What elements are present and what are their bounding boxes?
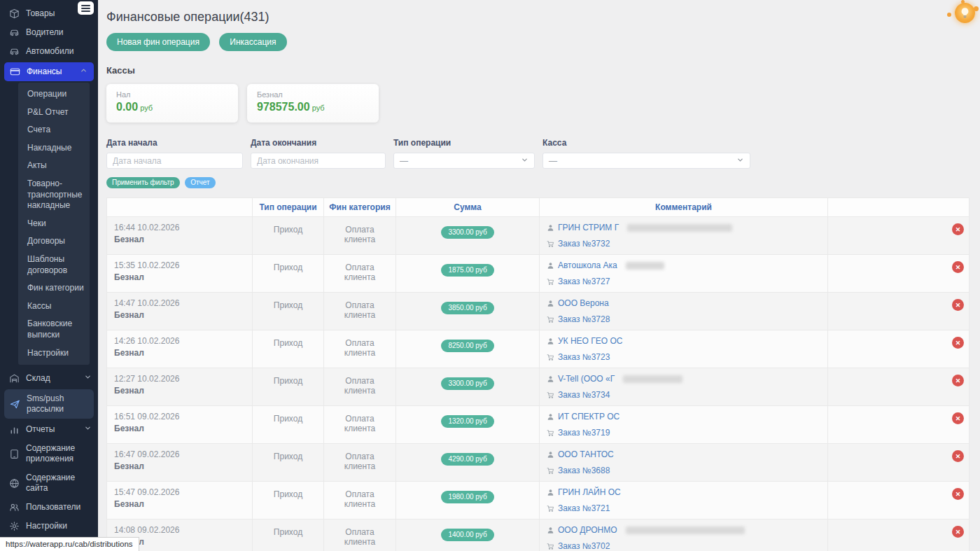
sidebar-item-label: Пользователи bbox=[26, 502, 92, 512]
delete-operation-button[interactable]: ✕ bbox=[952, 488, 964, 500]
finance-submenu-item[interactable]: Фин категории bbox=[24, 279, 90, 298]
amount-cell: 8250.00 руб bbox=[396, 330, 540, 368]
operation-datetime: 15:47 09.02.2026 bbox=[114, 487, 245, 497]
cashbox-label: Касса bbox=[542, 138, 750, 148]
apply-filter-button[interactable]: Применить фильтр bbox=[106, 177, 180, 188]
table-row: 16:51 09.02.2026БезналПриходОплата клиен… bbox=[107, 405, 969, 443]
collection-button[interactable]: Инкассация bbox=[219, 33, 286, 51]
sidebar-item[interactable]: Автомобили bbox=[0, 42, 98, 61]
order-link[interactable]: Заказ №3734 bbox=[558, 390, 610, 400]
payment-method: Безнал bbox=[114, 461, 245, 471]
sidebar-item[interactable]: Склад bbox=[0, 369, 98, 388]
client-link[interactable]: ООО Верона bbox=[558, 298, 609, 308]
chevron-down-icon bbox=[84, 373, 92, 384]
finance-submenu-item[interactable]: Договоры bbox=[24, 232, 90, 251]
order-link[interactable]: Заказ №3727 bbox=[558, 277, 610, 286]
table-row: 16:44 10.02.2026БезналПриходОплата клиен… bbox=[107, 216, 969, 254]
fin-category-cell: Оплата клиента bbox=[324, 444, 396, 481]
delete-operation-button[interactable]: ✕ bbox=[952, 526, 964, 538]
datetime-cell: 12:27 10.02.2026Безнал bbox=[107, 368, 253, 405]
amount-badge: 1980.00 руб bbox=[441, 491, 493, 503]
delete-operation-button[interactable]: ✕ bbox=[952, 337, 964, 349]
finance-submenu-item[interactable]: P&L Отчет bbox=[24, 104, 90, 122]
finance-submenu-item[interactable]: Кассы bbox=[24, 298, 90, 316]
sidebar-item[interactable]: Пользователи bbox=[0, 498, 98, 517]
client-link[interactable]: ООО ДРОНМО bbox=[558, 525, 617, 535]
filter-cashbox: Касса — bbox=[542, 138, 750, 169]
client-link[interactable]: УК НЕО ГЕО ОС bbox=[558, 336, 622, 346]
cashboxes-section-label: Кассы bbox=[106, 65, 969, 76]
actions-cell: ✕ bbox=[828, 482, 969, 519]
finance-submenu-item[interactable]: Шаблоны договоров bbox=[24, 251, 90, 279]
order-link[interactable]: Заказ №3688 bbox=[558, 466, 610, 475]
order-link[interactable]: Заказ №3728 bbox=[558, 314, 610, 324]
date-start-input[interactable] bbox=[106, 153, 243, 169]
order-link[interactable]: Заказ №3723 bbox=[558, 352, 610, 362]
operation-type-select[interactable]: — bbox=[393, 153, 535, 169]
client-link[interactable]: Автошкола Ака bbox=[558, 260, 617, 270]
sidebar-item-label: Отчеты bbox=[26, 424, 78, 435]
sidebar-item[interactable]: Отчеты bbox=[0, 420, 98, 439]
filter-operation-type: Тип операции — bbox=[393, 138, 535, 169]
order-link[interactable]: Заказ №3719 bbox=[558, 428, 610, 438]
payment-method: Безнал bbox=[114, 348, 245, 358]
client-link[interactable]: ИТ СПЕКТР ОС bbox=[558, 412, 620, 421]
sidebar-item-label: Склад bbox=[26, 373, 78, 384]
delete-operation-button[interactable]: ✕ bbox=[952, 450, 964, 462]
finance-submenu-item[interactable]: Товарно-транспортные накладные bbox=[24, 175, 90, 215]
finance-submenu-item[interactable]: Счета bbox=[24, 121, 90, 139]
finance-submenu-item[interactable]: Настройки bbox=[24, 344, 90, 363]
hamburger-menu-button[interactable] bbox=[78, 1, 94, 15]
chevron-up-icon bbox=[80, 67, 88, 77]
filter-buttons: Применить фильтр Отчет bbox=[106, 175, 969, 188]
amount-badge: 4290.00 руб bbox=[441, 453, 493, 466]
finance-submenu-item[interactable]: Операции bbox=[24, 85, 90, 104]
sidebar-item[interactable]: Содержание сайта bbox=[0, 468, 98, 498]
finance-submenu-item[interactable]: Чеки bbox=[24, 215, 90, 233]
new-operation-button[interactable]: Новая фин операция bbox=[106, 33, 210, 51]
sidebar-item[interactable]: Финансы bbox=[4, 62, 94, 81]
sidebar-item-label: Содержание сайта bbox=[26, 473, 92, 494]
operation-type-selected: — bbox=[400, 156, 408, 166]
order-link[interactable]: Заказ №3721 bbox=[558, 503, 610, 513]
finance-submenu-item[interactable]: Накладные bbox=[24, 139, 90, 158]
finance-submenu-item[interactable]: Банковские выписки bbox=[24, 315, 90, 344]
delete-operation-button[interactable]: ✕ bbox=[952, 412, 964, 424]
table-row: 15:35 10.02.2026БезналПриходОплата клиен… bbox=[107, 254, 969, 292]
sidebar-item[interactable]: Sms/push рассылки bbox=[4, 389, 94, 419]
bar-chart-icon bbox=[9, 424, 20, 435]
order-link[interactable]: Заказ №3732 bbox=[558, 239, 610, 249]
client-link[interactable]: ГРИН СТРИМ Г bbox=[558, 223, 619, 232]
app-window-icon bbox=[9, 449, 20, 459]
date-end-input[interactable] bbox=[251, 153, 386, 169]
payment-method: Безнал bbox=[114, 272, 245, 282]
client-link[interactable]: ГРИН ЛАЙН ОС bbox=[558, 487, 621, 497]
client-link[interactable]: V-Tell (ООО «Г bbox=[558, 374, 615, 384]
actions-cell: ✕ bbox=[828, 406, 969, 443]
cashbox-select[interactable]: — bbox=[542, 153, 750, 169]
warehouse-icon bbox=[9, 373, 20, 384]
cash-card-value: 0.00руб bbox=[116, 101, 228, 113]
sidebar-item[interactable]: Содержание приложения bbox=[0, 439, 98, 468]
person-icon bbox=[547, 337, 554, 345]
delete-operation-button[interactable]: ✕ bbox=[952, 223, 964, 235]
delete-operation-button[interactable]: ✕ bbox=[952, 261, 964, 273]
client-link[interactable]: ООО ТАНТОС bbox=[558, 449, 614, 459]
amount-badge: 3850.00 руб bbox=[441, 302, 493, 314]
finance-submenu: ОперацииP&L ОтчетСчетаНакладныеАктыТовар… bbox=[18, 83, 90, 365]
delete-operation-button[interactable]: ✕ bbox=[952, 299, 964, 311]
finance-submenu-item[interactable]: Акты bbox=[24, 157, 90, 175]
whats-new-idea-button[interactable] bbox=[951, 1, 977, 28]
order-link[interactable]: Заказ №3702 bbox=[558, 541, 610, 551]
cart-icon bbox=[547, 240, 554, 248]
person-icon bbox=[547, 489, 554, 496]
operation-type-cell: Приход bbox=[253, 330, 324, 368]
amount-cell: 1980.00 руб bbox=[396, 482, 540, 519]
report-button[interactable]: Отчет bbox=[185, 177, 215, 188]
table-row: 14:47 10.02.2026БезналПриходОплата клиен… bbox=[107, 292, 969, 330]
sidebar-item[interactable]: Водители bbox=[0, 23, 98, 42]
sidebar-item[interactable]: Настройки bbox=[0, 517, 98, 536]
filters-row: Дата начала Дата окончания Тип операции … bbox=[106, 138, 969, 169]
gear-icon bbox=[9, 521, 20, 531]
delete-operation-button[interactable]: ✕ bbox=[952, 375, 964, 386]
